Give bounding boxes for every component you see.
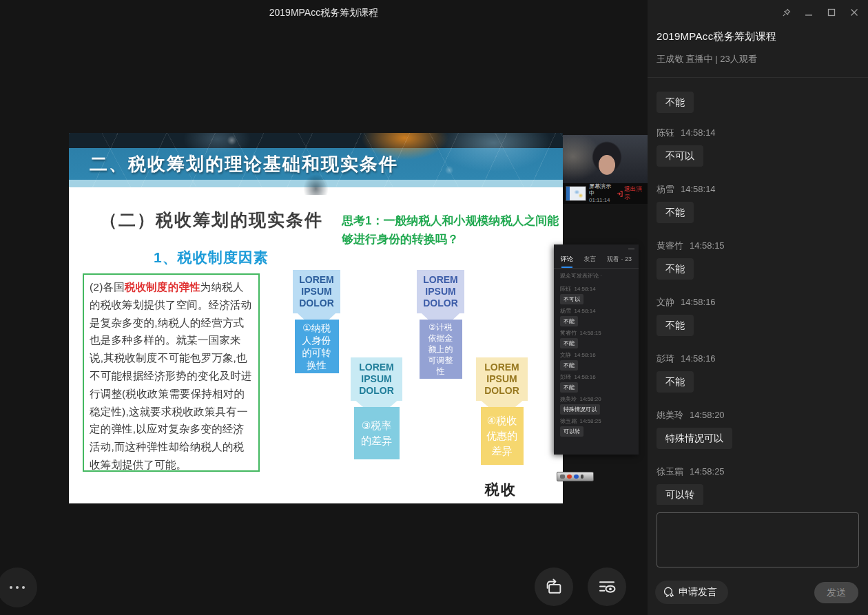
mini-panel-notice: 观众可发表评论 · <box>554 269 639 281</box>
chat-sender-name: 姚美玲 <box>657 410 683 420</box>
screen-share-status-bar: 屏幕演示中 01:11:14 退出演示 <box>563 183 648 204</box>
screen-share-duration: 01:11:14 <box>589 197 614 204</box>
chat-message: 黄睿竹14:58:15 不能 <box>657 240 859 280</box>
presenter-help-icon <box>574 475 579 479</box>
paragraph-prefix: (2)各国 <box>90 281 125 293</box>
mini-msg-time: 14:58:16 <box>574 352 595 358</box>
more-dot <box>22 586 25 589</box>
chat-message-head: 文静14:58:16 <box>657 296 859 309</box>
course-title: 2019MPAcc税务筹划课程 <box>657 30 776 43</box>
mini-tab-viewers: 观看 · 23 <box>607 255 632 268</box>
course-subtitle: 王成敬 直播中 | 23人观看 <box>657 53 757 65</box>
chat-message-head: 彭琦14:58:16 <box>657 353 859 365</box>
chat-message: 文静14:58:16 不能 <box>657 296 859 336</box>
switch-screen-button[interactable] <box>535 567 573 606</box>
minimize-window-button[interactable] <box>803 7 814 18</box>
chat-sender-name: 彭琦 <box>657 353 674 364</box>
chat-message-head: 姚美玲14:58:20 <box>657 409 859 421</box>
mini-msg-name: 彭琦 <box>560 374 571 380</box>
mini-msg-time: 14:58:20 <box>579 396 601 402</box>
chat-message: 姚美玲14:58:20 特殊情况可以 <box>657 409 859 449</box>
slide-paragraph-box: (2)各国税收制度的弹性为纳税人的税收筹划提供了空间。经济活动是复杂多变的,纳税… <box>83 273 260 472</box>
maximize-window-button[interactable] <box>826 7 837 18</box>
mini-msg-name: 姚美玲 <box>560 396 577 402</box>
request-speak-icon <box>662 586 674 598</box>
send-button[interactable]: 发送 <box>814 582 858 603</box>
chat-bubble: 特殊情况可以 <box>657 428 732 449</box>
mini-msg-bubble: 可以转 <box>560 426 583 437</box>
mini-message: 彭琦 14:58:16不能 <box>560 373 632 393</box>
exit-icon <box>617 191 623 197</box>
chat-message: 彭琦14:58:16 不能 <box>657 353 859 393</box>
block-4-body: ④税收优惠的差异 <box>481 407 524 465</box>
chat-bubble: 不可以 <box>657 145 703 167</box>
paragraph-rest: 为纳税人的税收筹划提供了空间。经济活动是复杂多变的,纳税人的经营方式也是多种多样… <box>90 281 252 470</box>
block-2-body: ②计税依据金额上的可调整性 <box>420 320 462 379</box>
block-3-body-text: ③税率的差异 <box>360 418 394 448</box>
block-3-body: ③税率的差异 <box>354 407 400 459</box>
chat-message-head: 黄睿竹14:58:15 <box>657 240 859 252</box>
mini-panel-minimize-icon: — <box>628 245 634 252</box>
slide-question-text: 思考1：一般纳税人和小规模纳税人之间能够进行身份的转换吗？ <box>342 211 566 249</box>
block-4-body-text: ④税收优惠的差异 <box>486 413 518 459</box>
mini-msg-time: 14:58:15 <box>579 330 601 336</box>
chat-bubble: 可以转 <box>657 484 703 505</box>
chat-message-head: 徐玉霜14:58:25 <box>657 466 859 478</box>
screen-share-thumbnail[interactable] <box>566 186 586 201</box>
mini-panel-tabs: 评论 发言 观看 · 23 <box>554 253 639 269</box>
slide-block-4: LOREM IPSUM DOLOR ④税收优惠的差异 <box>476 357 528 465</box>
mini-tab-comments: 评论 <box>561 255 573 268</box>
close-window-button[interactable] <box>849 7 860 18</box>
chat-timestamp: 14:58:25 <box>690 466 725 477</box>
teacher-webcam-video[interactable] <box>563 135 648 183</box>
chat-message-list: 不能 陈钰14:58:14 不可以 杨雪14:58:14 不能 黄睿竹14:58… <box>657 78 859 505</box>
block-3-header: LOREM IPSUM DOLOR <box>351 357 402 401</box>
window-controls <box>781 7 860 18</box>
request-speak-button[interactable]: 申请发言 <box>655 581 728 604</box>
viewer-list-eye-icon <box>597 576 617 597</box>
presenter-toolbar <box>557 472 594 481</box>
slide-block-2: LOREM IPSUM DOLOR ②计税依据金额上的可调整性 <box>417 270 464 379</box>
block-1-connector <box>293 313 340 320</box>
chat-timestamp: 14:58:15 <box>690 240 725 251</box>
mini-msg-bubble: 特殊情况可以 <box>560 404 600 415</box>
mini-msg-bubble: 不可以 <box>560 294 583 304</box>
block-2-connector <box>417 313 464 320</box>
block-1-header: LOREM IPSUM DOLOR <box>293 270 340 313</box>
pin-window-button[interactable] <box>781 7 792 18</box>
more-options-button[interactable] <box>0 567 37 607</box>
chat-timestamp: 14:58:16 <box>681 297 716 307</box>
switch-screen-icon <box>544 576 564 597</box>
chat-bubble: 不能 <box>657 92 694 113</box>
block-1-body-text: ①纳税人身份的可转换性 <box>300 322 333 371</box>
chat-timestamp: 14:58:14 <box>681 127 716 138</box>
mini-panel-messages: 陈钰 14:58:14不可以 杨雪 14:58:14不能 黄睿竹 14:58:1… <box>554 281 639 438</box>
chat-input[interactable] <box>657 512 859 567</box>
slide-footer-label: 税收 <box>485 480 517 499</box>
chat-bubble: 不能 <box>657 202 694 223</box>
presenter-more-icon <box>581 475 583 479</box>
mini-message: 黄睿竹 14:58:15不能 <box>560 329 632 348</box>
mini-message: 徐玉霜 14:58:25可以转 <box>560 417 632 437</box>
chat-sidebar: 2019MPAcc税务筹划课程 王成敬 直播中 | 23人观看 不能 陈钰14:… <box>648 0 868 615</box>
mini-msg-name: 陈钰 <box>560 286 571 292</box>
mini-panel-titlebar: — <box>554 244 639 253</box>
more-dot <box>16 586 19 589</box>
partial-chat-message: 不能 <box>657 92 859 113</box>
chat-message-head: 陈钰14:58:14 <box>657 127 859 139</box>
mini-comment-panel: — 评论 发言 观看 · 23 观众可发表评论 · 陈钰 14:58:14不可以… <box>554 244 639 455</box>
chat-sender-name: 文静 <box>657 297 674 307</box>
chat-bubble: 不能 <box>657 315 694 336</box>
chat-timestamp: 14:58:16 <box>681 353 716 364</box>
screen-share-texts: 屏幕演示中 01:11:14 <box>589 183 614 204</box>
mini-msg-name: 文静 <box>560 352 571 358</box>
chat-message: 杨雪14:58:14 不能 <box>657 183 859 223</box>
viewer-list-button[interactable] <box>588 567 626 606</box>
mini-msg-time: 14:58:14 <box>574 286 595 292</box>
mini-message: 文静 14:58:16不能 <box>560 351 632 371</box>
chat-bubble: 不能 <box>657 371 694 393</box>
block-2-header: LOREM IPSUM DOLOR <box>417 270 464 313</box>
mini-msg-bubble: 不能 <box>560 382 578 393</box>
exit-presentation-button[interactable]: 退出演示 <box>617 185 645 202</box>
mini-tab-speak: 发言 <box>583 255 596 268</box>
